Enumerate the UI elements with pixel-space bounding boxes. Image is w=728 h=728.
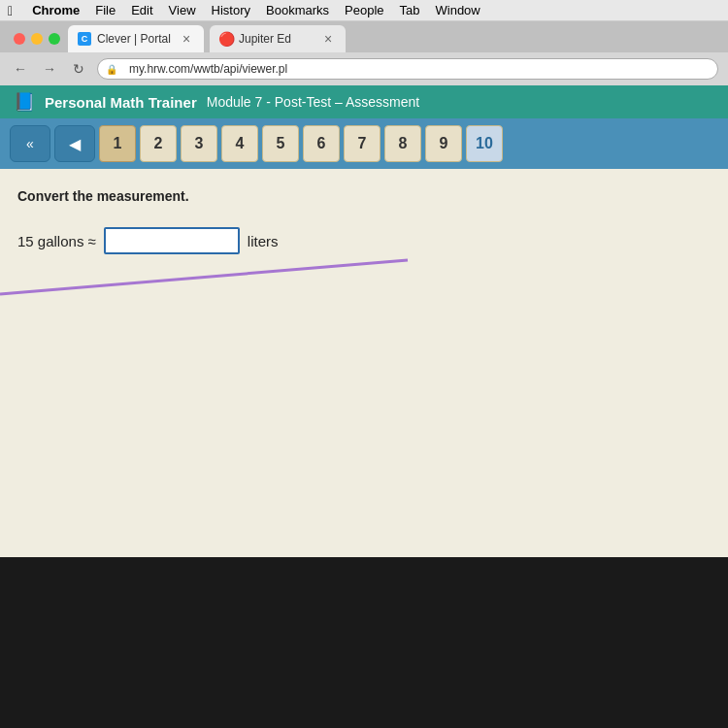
clever-favicon: C [78,32,91,46]
lock-icon: 🔒 [106,64,117,75]
menu-tab[interactable]: Tab [400,3,420,17]
question-1-button[interactable]: 1 [99,125,136,162]
tab-jupiter-close[interactable]: × [320,31,336,47]
menu-people[interactable]: People [345,3,383,17]
close-button-tl[interactable] [14,33,25,45]
traffic-lights [14,33,60,45]
pmt-logo-icon: 📘 [14,91,35,113]
url-text: my.hrw.com/wwtb/api/viewer.pl [129,62,287,76]
unit-label: liters [248,233,279,249]
forward-button[interactable]: → [39,58,60,80]
reload-button[interactable]: ↻ [68,58,89,80]
question-9-button[interactable]: 9 [425,125,462,162]
nav-first-button[interactable]: « [10,125,50,162]
pmt-header: 📘 Personal Math Trainer Module 7 - Post-… [0,85,728,118]
tab-bar: C Clever | Portal × 🔴 Jupiter Ed × [0,21,728,52]
question-6-button[interactable]: 6 [303,125,340,162]
menu-history[interactable]: History [212,3,250,17]
pmt-module-text: Module 7 - Post-Test – Assessment [207,94,419,110]
question-label: 15 gallons ≈ [17,233,96,249]
pmt-assessment: Assessment [346,94,419,110]
jupiter-favicon: 🔴 [219,32,233,46]
menu-chrome[interactable]: Chrome [32,3,80,17]
back-button[interactable]: ← [10,58,31,80]
nav-number-bar: « ◀ 1 2 3 4 5 6 7 8 9 10 [0,118,728,169]
pmt-dash: – [335,94,346,110]
question-7-button[interactable]: 7 [344,125,381,162]
tab-clever[interactable]: C Clever | Portal × [68,25,204,52]
question-10-button[interactable]: 10 [466,125,503,162]
address-input-container[interactable]: 🔒 my.hrw.com/wwtb/api/viewer.pl [97,58,718,80]
menu-file[interactable]: File [95,3,116,17]
module-label: Module 7 - Post-Test [207,94,331,110]
maximize-button-tl[interactable] [49,33,60,45]
question-2-button[interactable]: 2 [140,125,177,162]
nav-back-button[interactable]: ◀ [54,125,95,162]
question-area: Convert the measurement. 15 gallons ≈ li… [0,169,728,557]
answer-input[interactable] [104,227,240,254]
question-content: 15 gallons ≈ liters [17,227,711,254]
tab-clever-title: Clever | Portal [97,32,173,46]
question-5-button[interactable]: 5 [262,125,299,162]
menu-view[interactable]: View [169,3,196,17]
browser-content: 📘 Personal Math Trainer Module 7 - Post-… [0,85,728,557]
tab-jupiter-title: Jupiter Ed [239,32,314,46]
question-4-button[interactable]: 4 [221,125,258,162]
menu-window[interactable]: Window [436,3,480,17]
question-3-button[interactable]: 3 [181,125,217,162]
question-8-button[interactable]: 8 [384,125,421,162]
mac-menubar:  Chrome File Edit View History Bookmark… [0,0,728,21]
tab-jupiter[interactable]: 🔴 Jupiter Ed × [210,25,346,52]
question-instruction: Convert the measurement. [17,188,711,204]
pmt-title: Personal Math Trainer [45,94,197,111]
menu-bookmarks[interactable]: Bookmarks [266,3,329,17]
minimize-button-tl[interactable] [31,33,43,45]
tab-clever-close[interactable]: × [179,31,194,47]
menu-edit[interactable]: Edit [131,3,152,17]
address-bar: ← → ↻ 🔒 my.hrw.com/wwtb/api/viewer.pl [0,52,728,85]
browser-chrome: C Clever | Portal × 🔴 Jupiter Ed × ← → ↻… [0,21,728,85]
apple-menu[interactable]:  [8,3,13,18]
